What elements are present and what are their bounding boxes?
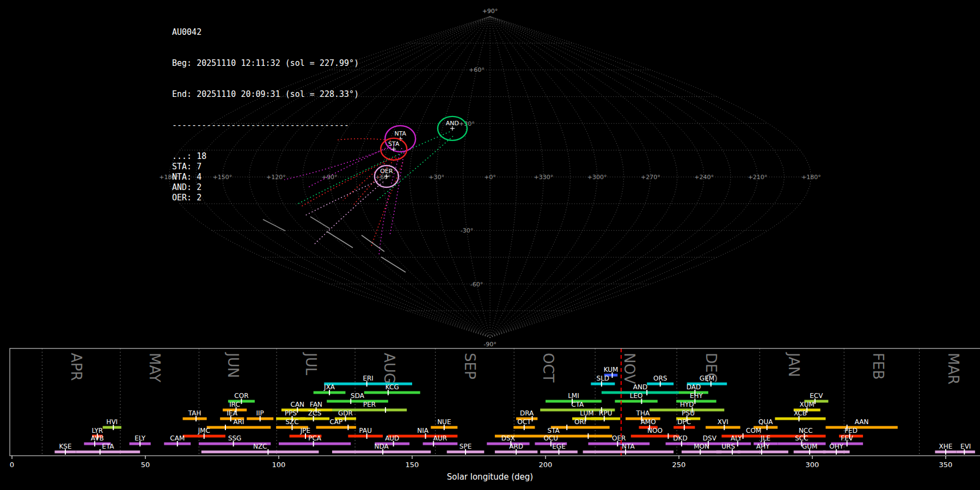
shower-bar-SLD [591,383,615,385]
shower-peak-CAP [347,425,348,430]
shower-label-MON: MON [694,443,709,450]
shower-bar-KCG [364,391,420,394]
meteor-plot: +180°+150°+120°+90°+60°+30°+0°+330°+300°… [0,0,980,490]
shower-label-PAU: PAU [359,427,372,434]
shower-label-JXA: JXA [323,383,335,391]
latitude-label: -60° [470,281,483,288]
x-tick-label: 0 [10,461,14,469]
x-tick-label: 300 [806,461,819,469]
obs-end: End: 20251110 20:09:31 (sol = 228.33°) [172,89,359,100]
latitude-label: -30° [461,227,473,234]
shower-label-FED: FED [844,427,857,434]
shower-label-SZC: SZC [285,418,298,426]
shower-bar-OER [588,443,650,445]
month-label-SEP: SEP [462,353,478,379]
shower-bar-HVI [103,426,121,429]
shower-label-FAN: FAN [310,401,322,408]
shower-label-STA: STA [548,427,560,434]
shower-label-ORS: ORS [653,375,667,382]
shower-bar-MON [682,451,722,454]
shower-bar-RPU [591,418,620,420]
meteor-trail [379,148,402,256]
shower-bar-PAU [348,435,383,438]
month-label-JUL: JUL [303,352,319,376]
shower-label-SDA: SDA [351,392,365,400]
shower-bar-PCA [279,443,351,445]
shower-label-XCB: XCB [794,409,807,417]
shower-label-COR: COR [234,392,248,400]
shower-label-AVB: AVB [91,434,104,442]
shower-bar-NZC [201,451,319,454]
shower-label-OER: OER [612,434,626,442]
shower-label-ARI: ARI [233,418,244,426]
equator-longitude-label: +210° [748,174,768,181]
shower-label-ORI: ORI [574,418,586,426]
shower-label-KUM: KUM [604,366,618,373]
shower-label-CAN: CAN [291,401,305,408]
shower-label-DAD: DAD [687,383,701,391]
shower-peak-NZC [267,449,268,455]
month-label-FEB: FEB [870,353,886,379]
equator-longitude-label: +30° [428,174,444,181]
shower-label-LUM: LUM [580,409,593,417]
shower-bar-EVI [957,451,975,454]
shower-peak-COM [743,433,744,439]
shower-bar-ORI [551,426,610,429]
month-label-JAN: JAN [786,352,802,377]
shower-label-GUM: GUM [802,443,817,450]
shower-bar-ARI [207,426,271,429]
shower-label-ALY: ALY [731,434,742,442]
shower-label-GEM: GEM [700,375,714,382]
shower-label-OCT: OCT [517,418,531,426]
shower-label-TAH: TAH [188,409,201,417]
equator-longitude-label: +300° [587,174,607,181]
shower-label-DKD: DKD [673,434,687,442]
shower-label-HVI: HVI [106,418,118,426]
shower-label-PER: PER [363,401,376,408]
observation-info: AU0042 Beg: 20251110 12:11:32 (sol = 227… [172,7,359,224]
radiant-label-AND: AND [446,120,459,127]
shower-bar-URS [716,451,740,454]
shower-bar-SDA [327,400,388,403]
radiant-label-NTA: NTA [394,130,406,137]
x-tick-label: 250 [672,461,686,469]
shower-label-NTA: NTA [622,443,635,450]
shower-label-DPC: DPC [677,418,691,426]
shower-label-EGE: EGE [552,443,565,450]
shower-bar-CAP [316,426,357,429]
shower-label-NDA: NDA [375,443,389,450]
month-label-MAY: MAY [146,353,163,382]
meteor-trail [390,152,404,235]
shower-count-line: AND: 2 [172,182,359,193]
shower-bar-AUR [423,443,458,445]
meteor-trail [381,257,406,272]
shower-peak-PER [385,407,386,413]
shower-label-FEV: FEV [841,434,853,442]
shower-label-URS: URS [721,443,735,450]
shower-count-line: NTA: 4 [172,172,359,182]
month-label-MAR: MAR [945,353,961,384]
shower-label-XUM: XUM [800,401,814,408]
shower-label-GDR: GDR [338,409,353,417]
shower-label-EHY: EHY [690,392,703,400]
x-tick-label: 50 [141,461,150,469]
month-label-APR: APR [68,353,84,381]
shower-peak-NOO [667,433,669,439]
shower-label-RPU: RPU [599,409,612,417]
shower-peak-ARI [225,425,226,430]
latitude-label: +60° [469,66,485,74]
shower-label-NIA: NIA [417,427,429,434]
shower-label-SCC: SCC [795,434,808,442]
shower-bar-XCB [775,418,825,420]
shower-label-NUE: NUE [437,418,451,426]
shower-label-SSG: SSG [228,434,242,442]
shower-label-QUA: QUA [758,418,773,426]
shower-label-ARD: ARD [509,443,523,450]
shower-label-LMI: LMI [568,392,579,400]
shower-peak-STA [587,433,589,439]
shower-label-CAP: CAP [329,418,342,426]
shower-label-XVI: XVI [718,418,728,426]
shower-label-OHY: OHY [829,443,843,450]
shower-label-AMO: AMO [641,418,656,426]
grid-meridian [490,16,651,338]
